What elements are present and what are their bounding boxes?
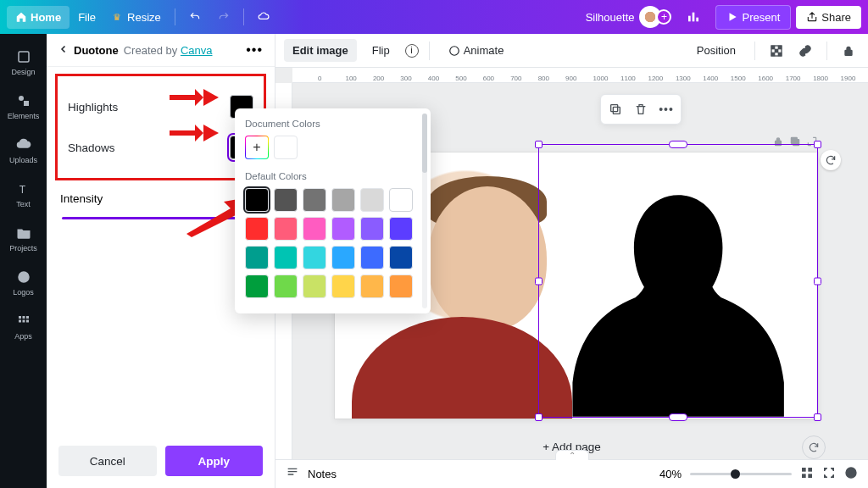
present-button[interactable]: Present	[715, 5, 791, 30]
color-swatch[interactable]	[274, 136, 298, 159]
color-swatch[interactable]	[245, 274, 269, 298]
color-swatch[interactable]	[360, 246, 384, 269]
color-swatch[interactable]	[331, 246, 355, 269]
share-button[interactable]: Share	[796, 6, 861, 29]
color-swatch[interactable]	[360, 188, 384, 212]
color-swatch[interactable]	[389, 274, 413, 298]
notes-button[interactable]: Notes	[308, 468, 337, 480]
redo-button[interactable]	[209, 6, 238, 28]
animate-button[interactable]: Animate	[440, 39, 513, 62]
nav-elements[interactable]: Elements	[0, 85, 47, 129]
lock-icon[interactable]	[837, 40, 860, 62]
resize-handle[interactable]	[669, 413, 687, 421]
fullscreen-icon[interactable]	[822, 466, 836, 482]
svg-rect-9	[22, 316, 25, 319]
help-icon[interactable]	[844, 466, 858, 482]
resize-handle[interactable]	[669, 141, 687, 148]
svg-rect-32	[808, 474, 812, 478]
silhouette-image	[539, 145, 817, 417]
duplicate-icon[interactable]	[604, 98, 626, 120]
color-swatch[interactable]	[389, 217, 413, 241]
resize-button[interactable]: ♛Resize	[104, 6, 170, 29]
document-title[interactable]: Silhouette	[586, 11, 635, 24]
nav-design[interactable]: Design	[0, 41, 47, 85]
color-swatch[interactable]	[274, 188, 298, 212]
svg-rect-18	[771, 46, 775, 49]
apply-button[interactable]: Apply	[165, 446, 264, 476]
color-swatch[interactable]	[360, 217, 384, 241]
color-swatch[interactable]	[331, 188, 355, 212]
add-collaborator-button[interactable]: +	[656, 9, 671, 25]
home-button[interactable]: Home	[7, 6, 70, 29]
info-icon[interactable]: i	[405, 44, 419, 58]
resize-handle[interactable]	[814, 141, 821, 148]
document-colors-row: +	[245, 136, 420, 159]
resize-handle[interactable]	[814, 277, 821, 285]
nav-logos[interactable]: Logos	[0, 261, 47, 305]
position-button[interactable]: Position	[688, 39, 744, 62]
color-swatch[interactable]	[303, 188, 326, 212]
color-swatch[interactable]	[245, 246, 269, 269]
nav-text[interactable]: TText	[0, 173, 47, 217]
left-nav: Design Elements Uploads TText Projects L…	[0, 34, 47, 488]
svg-rect-5	[24, 101, 29, 106]
resize-handle[interactable]	[535, 141, 542, 148]
nav-projects[interactable]: Projects	[0, 217, 47, 261]
link-icon[interactable]	[794, 40, 816, 62]
resize-handle[interactable]	[535, 413, 542, 421]
delete-icon[interactable]	[630, 98, 652, 120]
svg-rect-8	[19, 316, 21, 319]
cancel-button[interactable]: Cancel	[58, 446, 157, 476]
grid-view-icon[interactable]	[800, 466, 814, 482]
cloud-sync-icon[interactable]	[249, 6, 278, 28]
color-swatch[interactable]	[389, 188, 413, 212]
rotate-handle[interactable]	[821, 150, 841, 170]
color-swatch[interactable]	[303, 274, 326, 298]
svg-rect-27	[613, 107, 620, 114]
notes-icon[interactable]	[286, 466, 299, 482]
color-swatch[interactable]	[303, 217, 326, 241]
author-link[interactable]: Canva	[181, 44, 213, 57]
svg-rect-1	[693, 13, 695, 22]
zoom-label[interactable]: 40%	[659, 468, 682, 480]
svg-rect-10	[26, 316, 29, 319]
color-picker-popover: Document Colors + Default Colors	[235, 108, 431, 313]
zoom-slider[interactable]	[690, 473, 792, 475]
color-swatch[interactable]	[245, 217, 269, 241]
nav-apps[interactable]: Apps	[0, 305, 47, 349]
panel-header: Duotone Created by Canva •••	[47, 34, 275, 67]
more-icon[interactable]: •••	[655, 98, 677, 120]
nav-uploads[interactable]: Uploads	[0, 129, 47, 173]
color-swatch[interactable]	[331, 274, 355, 298]
svg-point-7	[19, 272, 29, 282]
scrollbar[interactable]	[422, 114, 427, 308]
back-button[interactable]	[58, 44, 69, 57]
selection-box[interactable]: •••	[538, 144, 818, 418]
transparency-icon[interactable]	[765, 40, 787, 62]
color-swatch[interactable]	[360, 274, 384, 298]
svg-rect-22	[778, 53, 782, 56]
ruler-horizontal: 0100200300400500600700800900100011001200…	[292, 68, 868, 83]
color-swatch[interactable]	[274, 217, 298, 241]
color-swatch[interactable]	[331, 217, 355, 241]
undo-button[interactable]	[181, 6, 209, 28]
shadows-label: Shadows	[68, 141, 115, 154]
resize-handle[interactable]	[814, 413, 821, 421]
edit-image-button[interactable]: Edit image	[284, 39, 357, 62]
color-swatch[interactable]	[245, 188, 269, 212]
sync-icon[interactable]	[802, 435, 826, 459]
insights-button[interactable]	[676, 5, 710, 29]
resize-handle[interactable]	[535, 277, 542, 285]
color-swatch[interactable]	[274, 246, 298, 269]
color-swatch[interactable]	[303, 246, 326, 269]
add-color-button[interactable]: +	[245, 136, 269, 159]
document-colors-label: Document Colors	[245, 119, 420, 129]
color-swatch[interactable]	[274, 274, 298, 298]
svg-rect-2	[697, 18, 699, 22]
panel-more-icon[interactable]: •••	[246, 42, 263, 58]
expand-pages-tab[interactable]: ⌃	[555, 450, 589, 460]
color-swatch[interactable]	[389, 246, 413, 269]
flip-button[interactable]: Flip	[364, 39, 398, 62]
file-menu[interactable]: File	[70, 6, 104, 29]
intensity-slider[interactable]	[62, 217, 259, 219]
